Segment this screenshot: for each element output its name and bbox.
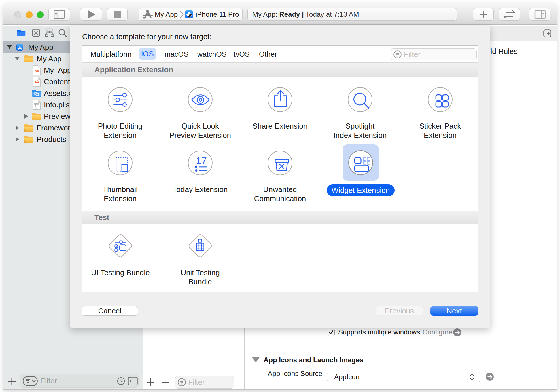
svg-text:PLIST: PLIST <box>35 108 39 109</box>
